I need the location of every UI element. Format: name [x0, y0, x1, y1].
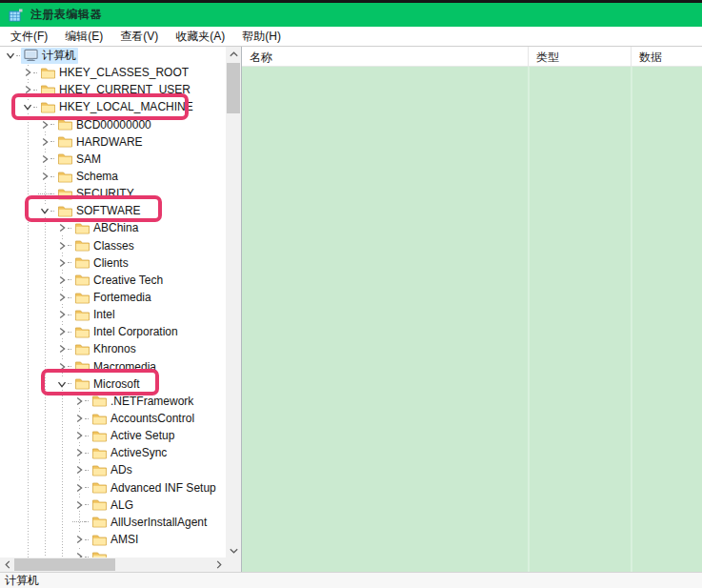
tree-item-target[interactable]: ABChina [72, 221, 140, 234]
tree-item-abchina[interactable]: ABChina [0, 219, 226, 236]
tree-item-target[interactable] [90, 550, 112, 558]
horizontal-scrollbar-thumb[interactable] [14, 558, 115, 571]
tree-item-target[interactable]: Macromedia [72, 360, 158, 374]
tree-expander[interactable] [55, 274, 68, 286]
tree-item-hkey-local-machine[interactable]: HKEY_LOCAL_MACHINE [0, 98, 226, 115]
tree-item-classes[interactable]: Classes [0, 237, 226, 254]
tree-item-target[interactable]: .NETFramework [90, 395, 195, 408]
tree-item-target[interactable]: Schema [55, 170, 120, 183]
tree-item-target[interactable]: Advanced INF Setup [90, 481, 218, 495]
tree-item-target[interactable]: HKEY_CURRENT_USER [38, 83, 192, 96]
tree-item-target[interactable]: Fortemedia [72, 291, 153, 304]
tree-item-target[interactable]: ActiveSync [90, 446, 169, 459]
tree-expander[interactable] [55, 292, 68, 304]
tree-item-target[interactable]: SOFTWARE [55, 204, 143, 217]
tree-expander[interactable] [38, 205, 50, 217]
tree-expander[interactable] [72, 464, 85, 476]
tree-item-alluserinstallagent[interactable]: AllUserInstallAgent [0, 514, 226, 531]
tree-item-khronos[interactable]: Khronos [0, 340, 226, 357]
tree-expander[interactable] [55, 222, 68, 234]
tree-expander[interactable] [55, 309, 68, 321]
tree-expander[interactable] [21, 84, 33, 96]
tree-expander[interactable] [55, 239, 68, 252]
tree-expander[interactable] [72, 481, 85, 494]
tree-item-target[interactable]: Creative Tech [72, 274, 165, 287]
tree-item-computer[interactable]: 计算机 [0, 47, 226, 64]
tree-expander[interactable] [72, 551, 85, 558]
tree-item-target[interactable]: Intel [72, 308, 117, 321]
tree-item-target[interactable]: Khronos [72, 342, 138, 355]
tree-item-target[interactable]: HKEY_CLASSES_ROOT [38, 66, 191, 79]
tree-expander[interactable] [72, 413, 85, 425]
tree-item-active-setup[interactable]: Active Setup [0, 427, 226, 444]
scroll-down-icon[interactable] [226, 543, 241, 558]
menu-file[interactable]: 文件(F) [2, 27, 56, 47]
tree-item-amsi[interactable]: AMSI [0, 531, 226, 548]
menu-help[interactable]: 帮助(H) [233, 27, 290, 47]
tree-item-target[interactable]: Clients [72, 256, 130, 270]
tree-item-target[interactable]: ALG [90, 498, 135, 512]
list-body-empty[interactable] [242, 67, 702, 572]
tree-item-target[interactable]: Microsoft [72, 377, 142, 391]
tree-horizontal-scrollbar[interactable] [0, 558, 226, 572]
tree-item-sam[interactable]: SAM [0, 151, 226, 168]
tree-item-target[interactable]: Intel Corporation [72, 325, 180, 338]
tree-expander[interactable] [4, 50, 16, 62]
tree-item-fortemedia[interactable]: Fortemedia [0, 289, 226, 306]
vertical-scrollbar-thumb[interactable] [227, 63, 240, 113]
tree-expander[interactable] [55, 326, 68, 338]
tree-item-hkey-classes-root[interactable]: HKEY_CLASSES_ROOT [0, 64, 226, 81]
tree-item-target[interactable]: SECURITY [55, 187, 136, 200]
tree-expander[interactable] [72, 447, 85, 459]
menu-view[interactable]: 查看(V) [111, 27, 167, 47]
column-header-type[interactable]: 类型 [529, 47, 632, 66]
tree-expander[interactable] [72, 498, 85, 511]
menu-edit[interactable]: 编辑(E) [56, 27, 111, 47]
tree-item-intel[interactable]: Intel [0, 306, 226, 323]
tree-expander[interactable] [72, 395, 85, 407]
tree-item-hardware[interactable]: HARDWARE [0, 133, 226, 151]
tree-item-target[interactable]: HKEY_LOCAL_MACHINE [38, 100, 195, 113]
tree-item-clients[interactable]: Clients [0, 254, 226, 272]
tree-item-target[interactable]: HARDWARE [55, 135, 145, 149]
tree-item-target[interactable]: Active Setup [90, 429, 176, 442]
tree-vertical-scrollbar[interactable] [226, 47, 241, 558]
scroll-left-icon[interactable] [0, 558, 14, 572]
tree-expander[interactable] [55, 377, 68, 390]
scroll-right-icon[interactable] [211, 558, 226, 572]
tree-item-security[interactable]: SECURITY [0, 185, 226, 202]
tree-item-partial-row[interactable] [0, 548, 226, 558]
tree-expander[interactable] [38, 118, 50, 131]
tree-item-target[interactable]: SAM [55, 152, 103, 166]
tree-item-target[interactable]: BCD00000000 [55, 118, 153, 132]
tree-item-macromedia[interactable]: Macromedia [0, 358, 226, 375]
tree-expander[interactable] [55, 360, 68, 373]
tree-item-netframework[interactable]: .NETFramework [0, 393, 226, 410]
tree-item-target[interactable]: ADs [90, 463, 134, 476]
tree-expander[interactable] [55, 256, 68, 269]
tree-item-alg[interactable]: ALG [0, 497, 226, 514]
column-header-name[interactable]: 名称 [242, 47, 529, 66]
column-header-data[interactable]: 数据 [632, 47, 702, 66]
tree-expander[interactable] [72, 430, 85, 442]
tree-item-schema[interactable]: Schema [0, 168, 226, 185]
tree-item-accountscontrol[interactable]: AccountsControl [0, 410, 226, 427]
tree-item-hkey-current-user[interactable]: HKEY_CURRENT_USER [0, 81, 226, 98]
tree-item-advanced-inf-setup[interactable]: Advanced INF Setup [0, 479, 226, 497]
tree-item-creative-tech[interactable]: Creative Tech [0, 272, 226, 289]
scroll-up-icon[interactable] [226, 47, 241, 61]
tree-expander[interactable] [38, 171, 50, 183]
tree-item-software[interactable]: SOFTWARE [0, 202, 226, 219]
tree-item-target[interactable]: AllUserInstallAgent [90, 516, 209, 529]
tree-expander[interactable] [21, 67, 33, 79]
tree-item-target[interactable]: AMSI [90, 533, 140, 546]
tree-item-microsoft[interactable]: Microsoft [0, 375, 226, 393]
tree-expander[interactable] [38, 152, 50, 165]
tree-item-target[interactable]: AccountsControl [90, 412, 196, 425]
tree-item-target[interactable]: Classes [72, 239, 136, 253]
title-bar[interactable]: 注册表编辑器 [0, 3, 702, 27]
menu-favorites[interactable]: 收藏夹(A) [167, 27, 233, 47]
tree-expander[interactable] [72, 534, 85, 546]
tree-item-bcd00000000[interactable]: BCD00000000 [0, 116, 226, 133]
tree-expander[interactable] [38, 135, 50, 148]
